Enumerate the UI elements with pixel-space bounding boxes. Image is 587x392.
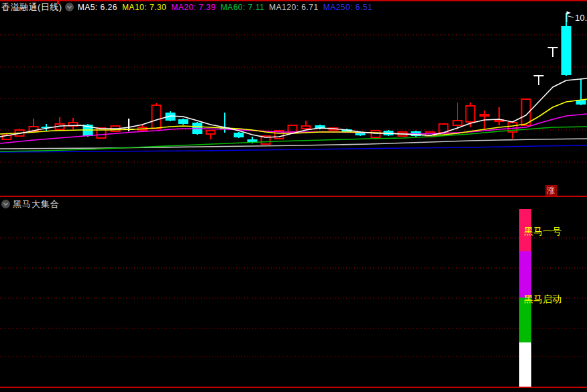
ma-value-ma250: MA250: 6.51	[323, 3, 373, 12]
rise-label-badge: 涨	[545, 185, 557, 196]
top-border	[0, 0, 587, 1]
stock-title: 香溢融通(日线)	[1, 1, 62, 13]
main-chart-header: 香溢融通(日线) MA5: 6.26MA10: 7.30MA20: 7.39MA…	[1, 2, 377, 12]
svg-text:黑马启动: 黑马启动	[524, 293, 562, 304]
svg-text:10.: 10.	[575, 13, 587, 23]
indicator-title: 黑马大集合	[13, 198, 60, 210]
stock-chart-window: 10.黑马一号黑马启动 香溢融通(日线) MA5: 6.26MA10: 7.30…	[0, 0, 587, 392]
ma-value-ma20: MA20: 7.39	[171, 3, 215, 12]
chevron-down-icon[interactable]	[1, 200, 10, 208]
ma-values: MA5: 6.26MA10: 7.30MA20: 7.39MA60: 7.11M…	[78, 3, 378, 12]
bottom-border	[0, 387, 587, 388]
ma-value-ma5: MA5: 6.26	[78, 3, 117, 12]
ma-value-ma60: MA60: 7.11	[221, 3, 264, 12]
ma-value-ma10: MA10: 7.30	[122, 3, 166, 12]
panel-divider	[0, 196, 587, 197]
signal-panel-header: 黑马大集合	[1, 199, 60, 209]
chevron-down-icon[interactable]	[65, 3, 74, 11]
ma-value-ma120: MA120: 6.71	[269, 3, 319, 12]
svg-text:黑马一号: 黑马一号	[524, 226, 562, 237]
